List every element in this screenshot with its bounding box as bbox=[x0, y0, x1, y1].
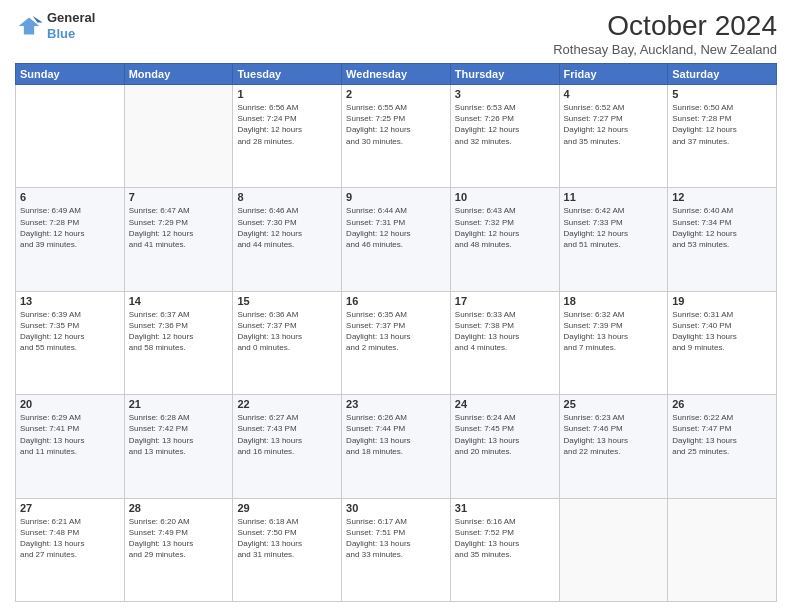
logo: General Blue bbox=[15, 10, 95, 41]
calendar-day-cell: 18Sunrise: 6:32 AM Sunset: 7:39 PM Dayli… bbox=[559, 291, 668, 394]
day-number: 9 bbox=[346, 191, 446, 203]
logo-line2: Blue bbox=[47, 26, 75, 41]
day-number: 30 bbox=[346, 502, 446, 514]
calendar-day-cell: 20Sunrise: 6:29 AM Sunset: 7:41 PM Dayli… bbox=[16, 395, 125, 498]
day-info: Sunrise: 6:42 AM Sunset: 7:33 PM Dayligh… bbox=[564, 205, 664, 250]
day-info: Sunrise: 6:18 AM Sunset: 7:50 PM Dayligh… bbox=[237, 516, 337, 561]
day-info: Sunrise: 6:56 AM Sunset: 7:24 PM Dayligh… bbox=[237, 102, 337, 147]
day-number: 23 bbox=[346, 398, 446, 410]
calendar-day-cell: 21Sunrise: 6:28 AM Sunset: 7:42 PM Dayli… bbox=[124, 395, 233, 498]
calendar-day-cell: 1Sunrise: 6:56 AM Sunset: 7:24 PM Daylig… bbox=[233, 85, 342, 188]
day-info: Sunrise: 6:36 AM Sunset: 7:37 PM Dayligh… bbox=[237, 309, 337, 354]
calendar-day-cell: 25Sunrise: 6:23 AM Sunset: 7:46 PM Dayli… bbox=[559, 395, 668, 498]
day-number: 27 bbox=[20, 502, 120, 514]
day-number: 31 bbox=[455, 502, 555, 514]
day-info: Sunrise: 6:55 AM Sunset: 7:25 PM Dayligh… bbox=[346, 102, 446, 147]
header: General Blue October 2024 Rothesay Bay, … bbox=[15, 10, 777, 57]
page: General Blue October 2024 Rothesay Bay, … bbox=[0, 0, 792, 612]
calendar-day-cell: 31Sunrise: 6:16 AM Sunset: 7:52 PM Dayli… bbox=[450, 498, 559, 601]
logo-text: General Blue bbox=[47, 10, 95, 41]
calendar-day-cell: 28Sunrise: 6:20 AM Sunset: 7:49 PM Dayli… bbox=[124, 498, 233, 601]
day-info: Sunrise: 6:29 AM Sunset: 7:41 PM Dayligh… bbox=[20, 412, 120, 457]
day-number: 20 bbox=[20, 398, 120, 410]
calendar-day-cell: 2Sunrise: 6:55 AM Sunset: 7:25 PM Daylig… bbox=[342, 85, 451, 188]
calendar-day-header: Thursday bbox=[450, 64, 559, 85]
svg-marker-1 bbox=[32, 15, 42, 22]
logo-line1: General bbox=[47, 10, 95, 26]
day-info: Sunrise: 6:50 AM Sunset: 7:28 PM Dayligh… bbox=[672, 102, 772, 147]
day-info: Sunrise: 6:20 AM Sunset: 7:49 PM Dayligh… bbox=[129, 516, 229, 561]
calendar-week-row: 6Sunrise: 6:49 AM Sunset: 7:28 PM Daylig… bbox=[16, 188, 777, 291]
calendar-day-cell: 10Sunrise: 6:43 AM Sunset: 7:32 PM Dayli… bbox=[450, 188, 559, 291]
calendar-day-cell: 4Sunrise: 6:52 AM Sunset: 7:27 PM Daylig… bbox=[559, 85, 668, 188]
calendar-day-header: Friday bbox=[559, 64, 668, 85]
day-info: Sunrise: 6:28 AM Sunset: 7:42 PM Dayligh… bbox=[129, 412, 229, 457]
day-number: 22 bbox=[237, 398, 337, 410]
day-number: 6 bbox=[20, 191, 120, 203]
calendar-week-row: 20Sunrise: 6:29 AM Sunset: 7:41 PM Dayli… bbox=[16, 395, 777, 498]
calendar-day-cell: 24Sunrise: 6:24 AM Sunset: 7:45 PM Dayli… bbox=[450, 395, 559, 498]
calendar-week-row: 27Sunrise: 6:21 AM Sunset: 7:48 PM Dayli… bbox=[16, 498, 777, 601]
calendar-day-header: Monday bbox=[124, 64, 233, 85]
month-title: October 2024 bbox=[553, 10, 777, 42]
calendar-day-cell: 8Sunrise: 6:46 AM Sunset: 7:30 PM Daylig… bbox=[233, 188, 342, 291]
calendar-day-cell: 3Sunrise: 6:53 AM Sunset: 7:26 PM Daylig… bbox=[450, 85, 559, 188]
day-info: Sunrise: 6:44 AM Sunset: 7:31 PM Dayligh… bbox=[346, 205, 446, 250]
calendar-table: SundayMondayTuesdayWednesdayThursdayFrid… bbox=[15, 63, 777, 602]
calendar-day-cell bbox=[668, 498, 777, 601]
day-info: Sunrise: 6:37 AM Sunset: 7:36 PM Dayligh… bbox=[129, 309, 229, 354]
day-number: 21 bbox=[129, 398, 229, 410]
calendar-day-cell: 19Sunrise: 6:31 AM Sunset: 7:40 PM Dayli… bbox=[668, 291, 777, 394]
day-info: Sunrise: 6:35 AM Sunset: 7:37 PM Dayligh… bbox=[346, 309, 446, 354]
day-info: Sunrise: 6:27 AM Sunset: 7:43 PM Dayligh… bbox=[237, 412, 337, 457]
calendar-day-header: Wednesday bbox=[342, 64, 451, 85]
calendar-day-cell bbox=[559, 498, 668, 601]
logo-bird-icon bbox=[15, 14, 43, 38]
day-info: Sunrise: 6:49 AM Sunset: 7:28 PM Dayligh… bbox=[20, 205, 120, 250]
day-number: 5 bbox=[672, 88, 772, 100]
day-number: 19 bbox=[672, 295, 772, 307]
calendar-day-cell: 9Sunrise: 6:44 AM Sunset: 7:31 PM Daylig… bbox=[342, 188, 451, 291]
day-number: 16 bbox=[346, 295, 446, 307]
calendar-day-cell bbox=[124, 85, 233, 188]
calendar-day-cell: 7Sunrise: 6:47 AM Sunset: 7:29 PM Daylig… bbox=[124, 188, 233, 291]
day-number: 29 bbox=[237, 502, 337, 514]
calendar-day-cell: 15Sunrise: 6:36 AM Sunset: 7:37 PM Dayli… bbox=[233, 291, 342, 394]
day-info: Sunrise: 6:23 AM Sunset: 7:46 PM Dayligh… bbox=[564, 412, 664, 457]
calendar-day-cell: 14Sunrise: 6:37 AM Sunset: 7:36 PM Dayli… bbox=[124, 291, 233, 394]
calendar-day-cell: 22Sunrise: 6:27 AM Sunset: 7:43 PM Dayli… bbox=[233, 395, 342, 498]
day-info: Sunrise: 6:33 AM Sunset: 7:38 PM Dayligh… bbox=[455, 309, 555, 354]
day-info: Sunrise: 6:52 AM Sunset: 7:27 PM Dayligh… bbox=[564, 102, 664, 147]
day-number: 15 bbox=[237, 295, 337, 307]
day-number: 24 bbox=[455, 398, 555, 410]
location: Rothesay Bay, Auckland, New Zealand bbox=[553, 42, 777, 57]
calendar-day-cell: 30Sunrise: 6:17 AM Sunset: 7:51 PM Dayli… bbox=[342, 498, 451, 601]
day-info: Sunrise: 6:26 AM Sunset: 7:44 PM Dayligh… bbox=[346, 412, 446, 457]
calendar-day-header: Saturday bbox=[668, 64, 777, 85]
calendar-day-header: Sunday bbox=[16, 64, 125, 85]
day-info: Sunrise: 6:24 AM Sunset: 7:45 PM Dayligh… bbox=[455, 412, 555, 457]
day-number: 13 bbox=[20, 295, 120, 307]
day-info: Sunrise: 6:46 AM Sunset: 7:30 PM Dayligh… bbox=[237, 205, 337, 250]
calendar-day-cell: 11Sunrise: 6:42 AM Sunset: 7:33 PM Dayli… bbox=[559, 188, 668, 291]
calendar-day-cell: 27Sunrise: 6:21 AM Sunset: 7:48 PM Dayli… bbox=[16, 498, 125, 601]
calendar-day-cell: 26Sunrise: 6:22 AM Sunset: 7:47 PM Dayli… bbox=[668, 395, 777, 498]
day-number: 18 bbox=[564, 295, 664, 307]
calendar-day-cell: 13Sunrise: 6:39 AM Sunset: 7:35 PM Dayli… bbox=[16, 291, 125, 394]
calendar-day-cell bbox=[16, 85, 125, 188]
day-info: Sunrise: 6:43 AM Sunset: 7:32 PM Dayligh… bbox=[455, 205, 555, 250]
calendar-week-row: 1Sunrise: 6:56 AM Sunset: 7:24 PM Daylig… bbox=[16, 85, 777, 188]
day-info: Sunrise: 6:47 AM Sunset: 7:29 PM Dayligh… bbox=[129, 205, 229, 250]
day-info: Sunrise: 6:32 AM Sunset: 7:39 PM Dayligh… bbox=[564, 309, 664, 354]
calendar-header-row: SundayMondayTuesdayWednesdayThursdayFrid… bbox=[16, 64, 777, 85]
day-number: 2 bbox=[346, 88, 446, 100]
calendar-day-cell: 6Sunrise: 6:49 AM Sunset: 7:28 PM Daylig… bbox=[16, 188, 125, 291]
day-number: 10 bbox=[455, 191, 555, 203]
title-section: October 2024 Rothesay Bay, Auckland, New… bbox=[553, 10, 777, 57]
day-number: 12 bbox=[672, 191, 772, 203]
day-number: 17 bbox=[455, 295, 555, 307]
calendar-day-cell: 23Sunrise: 6:26 AM Sunset: 7:44 PM Dayli… bbox=[342, 395, 451, 498]
day-info: Sunrise: 6:31 AM Sunset: 7:40 PM Dayligh… bbox=[672, 309, 772, 354]
calendar-day-header: Tuesday bbox=[233, 64, 342, 85]
calendar-day-cell: 12Sunrise: 6:40 AM Sunset: 7:34 PM Dayli… bbox=[668, 188, 777, 291]
